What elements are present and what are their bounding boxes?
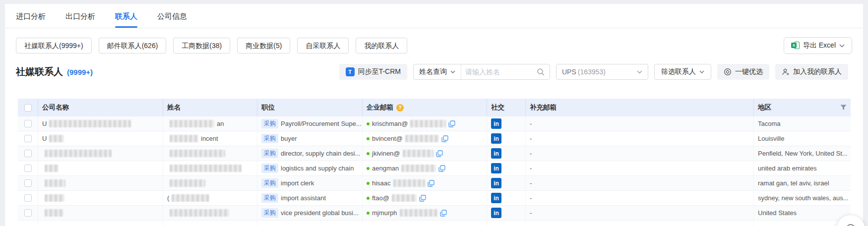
row-checkbox[interactable] — [24, 165, 32, 172]
copy-icon[interactable] — [448, 120, 455, 127]
cell-email: aengman — [363, 161, 487, 175]
redacted-text — [410, 120, 446, 127]
tab-company-info[interactable]: 公司信息 — [157, 4, 187, 28]
linkedin-icon[interactable]: in — [491, 208, 501, 218]
section-count: (9999+) — [67, 68, 93, 76]
table-row: 采购vice president global busi... mjmurph … — [18, 206, 851, 221]
cell-company: U — [38, 116, 163, 131]
cell-supplement-email: - — [526, 191, 754, 205]
chip-my-contacts[interactable]: 我的联系人 — [356, 38, 407, 54]
redacted-text — [45, 209, 63, 217]
cell-company — [38, 191, 163, 205]
linkedin-icon[interactable]: in — [491, 118, 501, 129]
chip-social-contacts[interactable]: 社媒联系人(9999+) — [16, 38, 92, 54]
cell-email: ftao@ — [363, 191, 487, 205]
row-checkbox[interactable] — [24, 135, 32, 142]
column-header-position: 职位 — [257, 99, 363, 116]
tab-import-analysis[interactable]: 进口分析 — [16, 4, 46, 28]
cell-company — [38, 206, 163, 220]
table-row: U an 采购Payroll/Procurement Supe... krisc… — [18, 116, 851, 131]
cell-supplement-email: - — [526, 206, 754, 220]
row-checkbox[interactable] — [24, 120, 32, 127]
export-excel-button[interactable]: X 导出 Excel — [784, 37, 852, 54]
verified-dot-icon — [367, 212, 370, 215]
name-query-select[interactable]: 姓名查询 — [414, 64, 461, 79]
cell-supplement-email: - — [526, 131, 754, 146]
add-to-my-contacts-label: 加入我的联系人 — [793, 67, 842, 76]
sync-to-tcrm-label: 同步至T-CRM — [358, 67, 401, 76]
copy-icon[interactable] — [428, 180, 434, 187]
cell-supplement-email: - — [526, 176, 754, 190]
cell-region: sydney, new south wales, aus... — [754, 191, 851, 205]
redacted-text — [49, 135, 64, 142]
copy-icon[interactable] — [438, 165, 445, 172]
redacted-text — [170, 120, 214, 127]
select-all-checkbox[interactable] — [24, 104, 32, 112]
redacted-text — [170, 179, 205, 187]
company-select[interactable]: UPS (163953) — [556, 64, 648, 80]
person-add-icon — [782, 68, 790, 76]
table-row: 采购import clerk hisaac in - ramat gan, te… — [18, 176, 851, 191]
cell-supplement-email: - — [526, 161, 754, 175]
copy-icon[interactable] — [440, 210, 447, 217]
cell-company: U — [38, 131, 163, 146]
linkedin-icon[interactable]: in — [491, 148, 501, 159]
cell-region: United States — [754, 206, 851, 220]
chevron-down-icon — [637, 70, 642, 74]
linkedin-icon[interactable]: in — [491, 133, 501, 144]
cell-position: 采购buyer — [257, 131, 363, 146]
cell-position: 采购import clerk — [257, 176, 363, 190]
cell-email: hisaac — [363, 176, 487, 190]
row-checkbox[interactable] — [24, 209, 32, 217]
row-checkbox[interactable] — [24, 194, 32, 202]
procurement-tag: 采购 — [261, 193, 278, 203]
one-click-optimize-button[interactable]: 一键优选 — [717, 64, 769, 80]
cell-position: 采购director, supply chain desi... — [257, 146, 363, 161]
linkedin-icon[interactable]: in — [491, 178, 501, 188]
copy-icon[interactable] — [441, 135, 448, 142]
cell-email: krischman@ — [363, 116, 487, 131]
tab-contacts[interactable]: 联系人 — [115, 4, 137, 28]
verified-dot-icon — [367, 137, 370, 140]
cell-social: in — [487, 206, 526, 220]
toolbar: T 同步至T-CRM 姓名查询 UPS (163953) 筛选联系人 — [339, 64, 848, 80]
cell-social: in — [487, 176, 526, 190]
table-row: 采购director, supply chain desi... jkivine… — [18, 146, 851, 161]
chip-business-registry-data[interactable]: 工商数据(38) — [173, 38, 230, 54]
filter-funnel-icon[interactable] — [840, 105, 847, 111]
cell-name — [163, 146, 257, 161]
sync-to-tcrm-button[interactable]: T 同步至T-CRM — [339, 64, 407, 80]
chip-commercial-data[interactable]: 商业数据(5) — [237, 38, 290, 54]
cell-name: ( — [163, 191, 257, 205]
cell-position: 采购Payroll/Procurement Supe... — [257, 116, 363, 131]
tcrm-icon: T — [346, 67, 355, 76]
verified-dot-icon — [367, 197, 370, 200]
one-click-optimize-label: 一键优选 — [735, 67, 763, 76]
cell-supplement-email: - — [526, 146, 754, 161]
name-search-box: 姓名查询 — [413, 64, 550, 80]
verified-dot-icon — [367, 152, 370, 155]
redacted-text — [45, 179, 65, 187]
row-checkbox[interactable] — [24, 179, 32, 187]
table-row: U incent 采购buyer bvincent@ in - Louisvil… — [18, 131, 851, 146]
linkedin-icon[interactable]: in — [491, 193, 501, 203]
help-icon[interactable]: ? — [396, 104, 404, 112]
cell-region: ramat gan, tel aviv, israel — [754, 176, 851, 190]
filter-contacts-button[interactable]: 筛选联系人 — [654, 64, 711, 80]
tab-export-analysis[interactable]: 出口分析 — [65, 4, 95, 28]
search-icon[interactable] — [537, 68, 545, 76]
cell-name: an — [163, 116, 257, 131]
add-to-my-contacts-button[interactable]: 加入我的联系人 — [775, 64, 848, 80]
redacted-text — [401, 165, 436, 172]
verified-dot-icon — [367, 182, 370, 185]
redacted-text — [45, 194, 64, 202]
linkedin-icon[interactable]: in — [491, 163, 501, 173]
chip-self-collected-contacts[interactable]: 自采联系人 — [297, 38, 349, 54]
name-search-input[interactable] — [461, 68, 537, 76]
section-header: 社媒联系人 (9999+) T 同步至T-CRM 姓名查询 UPS (16395… — [16, 64, 848, 80]
column-header-name: 姓名 — [163, 99, 257, 116]
row-checkbox[interactable] — [24, 150, 32, 157]
copy-icon[interactable] — [419, 195, 426, 202]
chip-email-contacts[interactable]: 邮件联系人(626) — [99, 38, 167, 54]
copy-icon[interactable] — [436, 150, 443, 157]
